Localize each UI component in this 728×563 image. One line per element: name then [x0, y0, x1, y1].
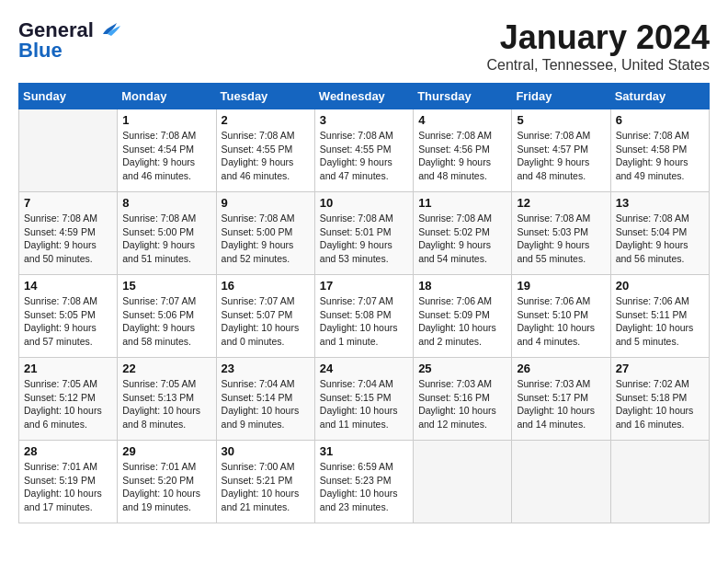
calendar-cell: 2Sunrise: 7:08 AM Sunset: 4:55 PM Daylig… [216, 109, 314, 192]
day-number: 19 [517, 279, 605, 293]
day-info: Sunrise: 7:08 AM Sunset: 5:04 PM Dayligh… [616, 212, 704, 266]
logo: General Blue [18, 18, 124, 63]
calendar-cell: 1Sunrise: 7:08 AM Sunset: 4:54 PM Daylig… [118, 109, 216, 192]
day-info: Sunrise: 7:07 AM Sunset: 5:06 PM Dayligh… [122, 294, 210, 349]
day-number: 23 [222, 362, 310, 375]
calendar-cell: 12Sunrise: 7:08 AM Sunset: 5:03 PM Dayli… [512, 192, 610, 275]
day-number: 30 [222, 444, 310, 458]
day-number: 3 [320, 113, 408, 127]
day-number: 2 [222, 113, 310, 127]
calendar-cell: 26Sunrise: 7:03 AM Sunset: 5:17 PM Dayli… [512, 358, 610, 441]
day-number: 15 [122, 279, 210, 293]
calendar-week-row: 21Sunrise: 7:05 AM Sunset: 5:12 PM Dayli… [19, 358, 710, 441]
calendar-cell [414, 441, 512, 523]
day-info: Sunrise: 7:05 AM Sunset: 5:12 PM Dayligh… [24, 377, 112, 431]
calendar-cell: 15Sunrise: 7:07 AM Sunset: 5:06 PM Dayli… [118, 275, 216, 358]
day-info: Sunrise: 7:04 AM Sunset: 5:15 PM Dayligh… [320, 377, 408, 431]
day-number: 16 [222, 279, 310, 293]
day-info: Sunrise: 7:03 AM Sunset: 5:17 PM Dayligh… [517, 377, 605, 431]
day-info: Sunrise: 7:08 AM Sunset: 4:59 PM Dayligh… [24, 212, 112, 266]
calendar-week-row: 7Sunrise: 7:08 AM Sunset: 4:59 PM Daylig… [19, 192, 710, 275]
day-number: 10 [320, 196, 408, 210]
day-number: 22 [122, 362, 210, 375]
calendar-cell: 19Sunrise: 7:06 AM Sunset: 5:10 PM Dayli… [512, 275, 610, 358]
calendar-week-row: 14Sunrise: 7:08 AM Sunset: 5:05 PM Dayli… [19, 275, 710, 358]
day-number: 24 [320, 362, 408, 375]
day-number: 9 [222, 196, 310, 210]
day-info: Sunrise: 7:00 AM Sunset: 5:21 PM Dayligh… [222, 460, 310, 514]
day-info: Sunrise: 7:05 AM Sunset: 5:13 PM Dayligh… [122, 377, 210, 431]
day-info: Sunrise: 7:01 AM Sunset: 5:19 PM Dayligh… [24, 460, 112, 514]
day-info: Sunrise: 7:08 AM Sunset: 5:03 PM Dayligh… [517, 212, 605, 266]
calendar-cell: 9Sunrise: 7:08 AM Sunset: 5:00 PM Daylig… [216, 192, 314, 275]
day-number: 29 [122, 444, 210, 458]
day-info: Sunrise: 7:03 AM Sunset: 5:16 PM Dayligh… [418, 377, 506, 431]
day-info: Sunrise: 7:08 AM Sunset: 5:01 PM Dayligh… [320, 212, 408, 266]
day-info: Sunrise: 7:08 AM Sunset: 5:00 PM Dayligh… [222, 212, 310, 266]
calendar-day-header: Tuesday [216, 84, 314, 109]
day-number: 14 [24, 279, 112, 293]
calendar-day-header: Monday [118, 84, 216, 109]
calendar-cell: 27Sunrise: 7:02 AM Sunset: 5:18 PM Dayli… [610, 358, 709, 441]
calendar-day-header: Saturday [610, 84, 709, 109]
day-info: Sunrise: 7:08 AM Sunset: 4:54 PM Dayligh… [122, 129, 210, 183]
calendar-cell: 29Sunrise: 7:01 AM Sunset: 5:20 PM Dayli… [118, 441, 216, 523]
calendar-week-row: 1Sunrise: 7:08 AM Sunset: 4:54 PM Daylig… [19, 109, 710, 192]
calendar-cell: 5Sunrise: 7:08 AM Sunset: 4:57 PM Daylig… [512, 109, 610, 192]
calendar-cell: 22Sunrise: 7:05 AM Sunset: 5:13 PM Dayli… [118, 358, 216, 441]
day-number: 17 [320, 279, 408, 293]
day-info: Sunrise: 7:07 AM Sunset: 5:07 PM Dayligh… [222, 294, 310, 349]
title-block: January 2024 Central, Tennessee, United … [486, 18, 710, 74]
calendar-cell: 18Sunrise: 7:06 AM Sunset: 5:09 PM Dayli… [414, 275, 512, 358]
calendar-cell: 7Sunrise: 7:08 AM Sunset: 4:59 PM Daylig… [19, 192, 118, 275]
calendar-cell [512, 441, 610, 523]
day-info: Sunrise: 7:07 AM Sunset: 5:08 PM Dayligh… [320, 294, 408, 349]
day-info: Sunrise: 7:06 AM Sunset: 5:10 PM Dayligh… [517, 294, 605, 349]
day-number: 12 [517, 196, 605, 210]
day-info: Sunrise: 7:06 AM Sunset: 5:11 PM Dayligh… [616, 294, 704, 349]
calendar-day-header: Wednesday [314, 84, 413, 109]
calendar-cell: 25Sunrise: 7:03 AM Sunset: 5:16 PM Dayli… [414, 358, 512, 441]
calendar-header-row: SundayMondayTuesdayWednesdayThursdayFrid… [19, 84, 710, 109]
day-number: 5 [517, 113, 605, 127]
calendar-cell [610, 441, 709, 523]
day-number: 1 [122, 113, 210, 127]
calendar-cell: 11Sunrise: 7:08 AM Sunset: 5:02 PM Dayli… [414, 192, 512, 275]
day-info: Sunrise: 7:08 AM Sunset: 5:05 PM Dayligh… [24, 294, 112, 349]
calendar-day-header: Sunday [19, 84, 118, 109]
day-number: 4 [418, 113, 506, 127]
day-info: Sunrise: 7:08 AM Sunset: 5:02 PM Dayligh… [418, 212, 506, 266]
day-number: 13 [616, 196, 704, 210]
day-info: Sunrise: 7:01 AM Sunset: 5:20 PM Dayligh… [122, 460, 210, 514]
calendar-cell: 8Sunrise: 7:08 AM Sunset: 5:00 PM Daylig… [118, 192, 216, 275]
day-number: 18 [418, 279, 506, 293]
calendar-cell: 3Sunrise: 7:08 AM Sunset: 4:55 PM Daylig… [314, 109, 413, 192]
calendar-cell: 30Sunrise: 7:00 AM Sunset: 5:21 PM Dayli… [216, 441, 314, 523]
calendar-cell: 24Sunrise: 7:04 AM Sunset: 5:15 PM Dayli… [314, 358, 413, 441]
day-number: 26 [517, 362, 605, 375]
page-title: January 2024 [486, 18, 710, 57]
calendar-day-header: Friday [512, 84, 610, 109]
day-info: Sunrise: 7:08 AM Sunset: 4:56 PM Dayligh… [418, 129, 506, 183]
day-number: 21 [24, 362, 112, 375]
day-number: 11 [418, 196, 506, 210]
day-number: 31 [320, 444, 408, 458]
day-info: Sunrise: 7:08 AM Sunset: 4:57 PM Dayligh… [517, 129, 605, 183]
calendar-day-header: Thursday [414, 84, 512, 109]
day-number: 7 [24, 196, 112, 210]
calendar-week-row: 28Sunrise: 7:01 AM Sunset: 5:19 PM Dayli… [19, 441, 710, 523]
calendar-cell: 13Sunrise: 7:08 AM Sunset: 5:04 PM Dayli… [610, 192, 709, 275]
calendar-cell: 31Sunrise: 6:59 AM Sunset: 5:23 PM Dayli… [314, 441, 413, 523]
day-number: 20 [616, 279, 704, 293]
day-info: Sunrise: 7:02 AM Sunset: 5:18 PM Dayligh… [616, 377, 704, 431]
day-info: Sunrise: 7:06 AM Sunset: 5:09 PM Dayligh… [418, 294, 506, 349]
logo-bird-icon [98, 21, 124, 40]
day-info: Sunrise: 6:59 AM Sunset: 5:23 PM Dayligh… [320, 460, 408, 514]
calendar-cell: 17Sunrise: 7:07 AM Sunset: 5:08 PM Dayli… [314, 275, 413, 358]
day-number: 8 [122, 196, 210, 210]
day-number: 27 [616, 362, 704, 375]
calendar-table: SundayMondayTuesdayWednesdayThursdayFrid… [18, 83, 710, 523]
page-header: General Blue January 2024 Central, Tenne… [18, 18, 710, 74]
page-subtitle: Central, Tennessee, United States [486, 57, 710, 74]
day-info: Sunrise: 7:08 AM Sunset: 4:58 PM Dayligh… [616, 129, 704, 183]
